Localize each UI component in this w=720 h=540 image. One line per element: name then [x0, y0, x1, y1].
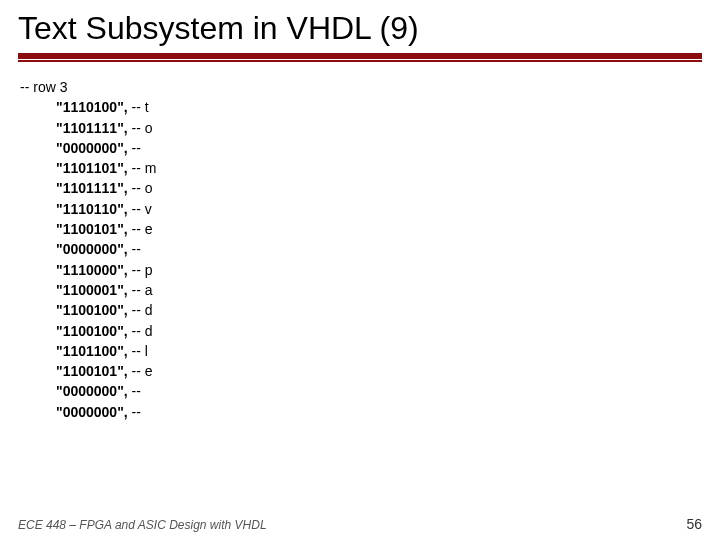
code-comment: --	[128, 402, 141, 422]
code-line: "1110110", -- v	[20, 199, 702, 219]
code-comment: -- t	[128, 97, 149, 117]
footer-text: ECE 448 – FPGA and ASIC Design with VHDL	[18, 518, 267, 532]
code-comment: -- m	[128, 158, 157, 178]
code-line: "1100100", -- d	[20, 321, 702, 341]
code-comment: --	[128, 138, 141, 158]
code-line: "0000000", --	[20, 138, 702, 158]
code-line: "1101101", -- m	[20, 158, 702, 178]
code-bits: "0000000",	[56, 239, 128, 259]
code-bits: "1110000",	[56, 260, 128, 280]
code-bits: "1100101",	[56, 361, 128, 381]
code-bits: "1101111",	[56, 178, 128, 198]
code-comment: -- o	[128, 178, 153, 198]
code-bits: "0000000",	[56, 402, 128, 422]
code-block: -- row 3 "1110100", -- t"1101111", -- o"…	[18, 77, 702, 422]
code-bits: "1100101",	[56, 219, 128, 239]
code-bits: "0000000",	[56, 381, 128, 401]
code-comment: -- e	[128, 219, 153, 239]
code-line: "0000000", --	[20, 381, 702, 401]
code-line: "1110100", -- t	[20, 97, 702, 117]
code-line: "1101111", -- o	[20, 178, 702, 198]
code-bits: "1110100",	[56, 97, 128, 117]
code-comment: -- v	[128, 199, 152, 219]
code-bits: "1110110",	[56, 199, 128, 219]
code-comment: -- p	[128, 260, 153, 280]
code-comment: -- d	[128, 321, 153, 341]
code-bits: "1100001",	[56, 280, 128, 300]
code-line: "0000000", --	[20, 239, 702, 259]
slide: Text Subsystem in VHDL (9) -- row 3 "111…	[0, 0, 720, 540]
code-line: "1101111", -- o	[20, 118, 702, 138]
code-comment: -- o	[128, 118, 153, 138]
code-comment: --	[128, 239, 141, 259]
code-comment: -- e	[128, 361, 153, 381]
divider-thin	[18, 60, 702, 62]
code-line: "1101100", -- l	[20, 341, 702, 361]
code-line: "1100101", -- e	[20, 361, 702, 381]
page-title: Text Subsystem in VHDL (9)	[18, 10, 702, 47]
code-line: "1100001", -- a	[20, 280, 702, 300]
title-divider	[18, 53, 702, 63]
code-bits: "0000000",	[56, 138, 128, 158]
code-line: "0000000", --	[20, 402, 702, 422]
page-number: 56	[686, 516, 702, 532]
code-bits: "1100100",	[56, 300, 128, 320]
code-comment: --	[128, 381, 141, 401]
code-comment: -- l	[128, 341, 148, 361]
code-bits: "1101101",	[56, 158, 128, 178]
code-header: -- row 3	[20, 77, 702, 97]
code-line: "1110000", -- p	[20, 260, 702, 280]
code-bits: "1100100",	[56, 321, 128, 341]
code-bits: "1101111",	[56, 118, 128, 138]
code-comment: -- d	[128, 300, 153, 320]
divider-thick	[18, 53, 702, 59]
code-comment: -- a	[128, 280, 153, 300]
code-line: "1100100", -- d	[20, 300, 702, 320]
code-bits: "1101100",	[56, 341, 128, 361]
code-line: "1100101", -- e	[20, 219, 702, 239]
